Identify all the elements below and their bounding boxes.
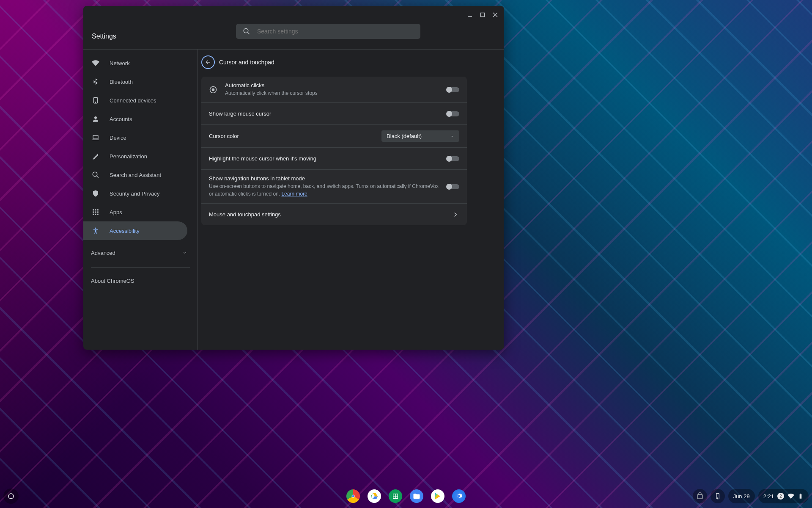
minimize-icon xyxy=(467,12,472,17)
row-body: Automatic clicks Automatically click whe… xyxy=(225,82,439,97)
wifi-icon xyxy=(92,59,99,67)
window-header: Settings xyxy=(83,24,504,49)
status-tray[interactable]: 2:21 2 xyxy=(758,489,809,503)
sidebar-item-network[interactable]: Network xyxy=(83,54,187,72)
notification-badge: 2 xyxy=(777,493,784,500)
sidebar-item-personalization[interactable]: Personalization xyxy=(83,147,187,166)
battery-icon xyxy=(798,493,804,499)
page-header: Cursor and touchpad xyxy=(201,53,467,77)
row-title: Show large mouse cursor xyxy=(209,110,439,117)
row-body: Show large mouse cursor xyxy=(209,110,439,117)
sidebar-item-bluetooth[interactable]: Bluetooth xyxy=(83,72,187,91)
sidebar-divider xyxy=(91,267,190,268)
phone-hub[interactable] xyxy=(710,489,725,503)
files-app[interactable] xyxy=(410,489,423,503)
svg-point-6 xyxy=(93,172,97,177)
toggle-automatic-clicks[interactable] xyxy=(447,87,459,92)
play-icon xyxy=(434,492,442,500)
sidebar-item-label: Apps xyxy=(110,209,122,215)
folder-icon xyxy=(413,492,420,500)
sidebar-item-label: Security and Privacy xyxy=(110,190,160,197)
toggle-large-cursor[interactable] xyxy=(447,111,459,116)
row-subtitle: Automatically click when the cursor stop… xyxy=(225,89,439,97)
sheets-app[interactable] xyxy=(389,489,402,503)
svg-rect-10 xyxy=(93,212,94,213)
svg-point-3 xyxy=(95,102,96,103)
drive-icon xyxy=(370,492,379,500)
svg-rect-9 xyxy=(97,209,99,210)
chrome-app[interactable] xyxy=(346,489,360,503)
row-title: Mouse and touchpad settings xyxy=(209,211,444,218)
settings-app[interactable] xyxy=(452,489,466,503)
select-value: Black (default) xyxy=(387,133,422,139)
tote-icon xyxy=(696,492,704,500)
svg-rect-15 xyxy=(97,214,99,215)
sidebar: Network Bluetooth Connected devices Acco… xyxy=(83,50,198,350)
svg-rect-11 xyxy=(95,212,96,213)
row-subtitle: Use on-screen buttons to navigate home, … xyxy=(209,182,439,198)
row-large-cursor: Show large mouse cursor xyxy=(201,102,467,124)
svg-rect-0 xyxy=(481,13,485,17)
content-area: Cursor and touchpad Automatic clicks Aut… xyxy=(198,50,504,350)
sidebar-item-search-assistant[interactable]: Search and Assistant xyxy=(83,166,187,184)
wifi-icon xyxy=(787,493,794,500)
svg-point-1 xyxy=(244,28,248,33)
tote-tray[interactable] xyxy=(693,489,707,503)
sidebar-item-label: Accounts xyxy=(110,116,132,122)
chrome-icon xyxy=(350,493,356,499)
row-body: Cursor color xyxy=(209,133,374,139)
target-icon xyxy=(209,86,217,94)
toggle-highlight[interactable] xyxy=(447,156,459,161)
time-label: 2:21 xyxy=(763,493,774,500)
chevron-down-icon xyxy=(182,250,187,255)
gear-icon xyxy=(455,492,463,500)
laptop-icon xyxy=(92,134,99,141)
launcher-button[interactable] xyxy=(3,489,19,504)
svg-rect-22 xyxy=(697,494,702,499)
search-box[interactable] xyxy=(236,24,420,39)
drive-app[interactable] xyxy=(368,489,381,503)
maximize-button[interactable] xyxy=(476,8,489,21)
row-title: Show navigation buttons in tablet mode xyxy=(209,175,439,182)
sidebar-item-security-privacy[interactable]: Security and Privacy xyxy=(83,184,187,203)
person-icon xyxy=(92,115,99,123)
play-store-app[interactable] xyxy=(431,489,444,503)
row-body: Show navigation buttons in tablet mode U… xyxy=(209,175,439,198)
sidebar-item-accounts[interactable]: Accounts xyxy=(83,110,187,128)
advanced-label: Advanced xyxy=(91,250,115,256)
svg-point-18 xyxy=(212,88,214,91)
sidebar-about[interactable]: About ChromeOS xyxy=(83,273,198,289)
sidebar-item-apps[interactable]: Apps xyxy=(83,203,187,221)
row-subtitle-text: Use on-screen buttons to navigate home, … xyxy=(209,183,439,197)
svg-rect-14 xyxy=(95,214,96,215)
app-title: Settings xyxy=(92,33,116,40)
accessibility-icon xyxy=(92,227,99,235)
sidebar-advanced[interactable]: Advanced xyxy=(83,243,198,262)
sidebar-item-accessibility[interactable]: Accessibility xyxy=(83,221,187,240)
svg-rect-13 xyxy=(93,214,94,215)
minimize-button[interactable] xyxy=(464,8,476,21)
learn-more-link[interactable]: Learn more xyxy=(281,191,307,197)
search-input[interactable] xyxy=(257,28,414,35)
back-button[interactable] xyxy=(201,55,215,69)
settings-window: Settings Network Bluetooth Connected dev… xyxy=(83,6,504,350)
row-mouse-touchpad[interactable]: Mouse and touchpad settings xyxy=(201,203,467,225)
row-cursor-color: Cursor color Black (default) xyxy=(201,124,467,147)
dropdown-arrow-icon xyxy=(450,134,454,138)
date-tray[interactable]: Jun 29 xyxy=(728,489,755,503)
close-button[interactable] xyxy=(489,8,502,21)
svg-rect-12 xyxy=(97,212,99,213)
sidebar-item-connected-devices[interactable]: Connected devices xyxy=(83,91,187,110)
svg-point-4 xyxy=(94,116,97,119)
apps-icon xyxy=(92,208,99,216)
cursor-color-select[interactable]: Black (default) xyxy=(381,130,459,142)
row-body: Mouse and touchpad settings xyxy=(209,211,444,218)
toggle-nav-buttons[interactable] xyxy=(447,184,459,189)
svg-rect-5 xyxy=(93,135,98,139)
sidebar-item-device[interactable]: Device xyxy=(83,128,187,147)
about-label: About ChromeOS xyxy=(91,278,134,284)
sidebar-item-label: Bluetooth xyxy=(110,79,133,85)
svg-rect-25 xyxy=(800,494,802,499)
sidebar-item-label: Search and Assistant xyxy=(110,172,161,178)
search-icon xyxy=(243,28,250,35)
